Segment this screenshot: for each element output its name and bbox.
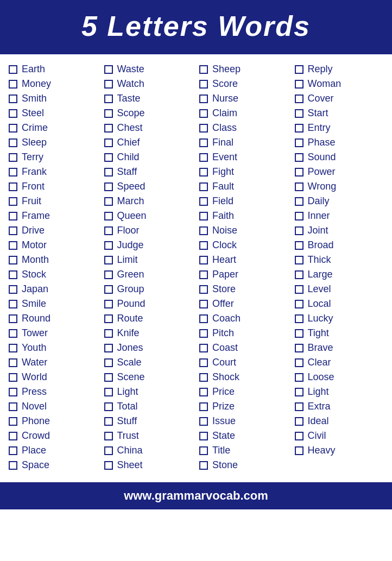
checkbox-icon[interactable] bbox=[104, 124, 113, 133]
word-item[interactable]: Court bbox=[196, 355, 292, 370]
word-item[interactable]: Nurse bbox=[196, 91, 292, 106]
word-item[interactable]: March bbox=[101, 194, 197, 209]
checkbox-icon[interactable] bbox=[295, 94, 304, 103]
word-item[interactable]: Taste bbox=[101, 91, 197, 106]
word-item[interactable]: Waste bbox=[101, 62, 197, 77]
word-item[interactable]: Stone bbox=[196, 458, 292, 472]
checkbox-icon[interactable] bbox=[104, 80, 113, 89]
word-item[interactable]: Judge bbox=[101, 238, 197, 253]
checkbox-icon[interactable] bbox=[104, 417, 113, 426]
word-item[interactable]: Extra bbox=[292, 399, 387, 414]
word-item[interactable]: Novel bbox=[5, 399, 101, 414]
word-item[interactable]: Earth bbox=[5, 62, 101, 77]
checkbox-icon[interactable] bbox=[104, 432, 113, 440]
word-item[interactable]: Trust bbox=[101, 428, 197, 443]
checkbox-icon[interactable] bbox=[199, 358, 208, 367]
checkbox-icon[interactable] bbox=[199, 402, 208, 411]
word-item[interactable]: Smile bbox=[5, 297, 101, 311]
checkbox-icon[interactable] bbox=[199, 417, 208, 426]
word-item[interactable]: Month bbox=[5, 253, 101, 267]
checkbox-icon[interactable] bbox=[9, 109, 17, 118]
checkbox-icon[interactable] bbox=[104, 329, 113, 338]
checkbox-icon[interactable] bbox=[9, 182, 17, 191]
checkbox-icon[interactable] bbox=[104, 270, 113, 279]
word-item[interactable]: Paper bbox=[196, 267, 292, 282]
checkbox-icon[interactable] bbox=[9, 212, 17, 220]
checkbox-icon[interactable] bbox=[9, 153, 17, 162]
word-item[interactable]: Entry bbox=[292, 121, 387, 135]
word-item[interactable]: Knife bbox=[101, 326, 197, 341]
word-item[interactable]: Reply bbox=[292, 62, 387, 77]
word-item[interactable]: Shock bbox=[196, 370, 292, 384]
checkbox-icon[interactable] bbox=[295, 329, 304, 338]
checkbox-icon[interactable] bbox=[9, 241, 17, 250]
checkbox-icon[interactable] bbox=[104, 241, 113, 250]
checkbox-icon[interactable] bbox=[104, 402, 113, 411]
word-item[interactable]: Phone bbox=[5, 414, 101, 428]
word-item[interactable]: Light bbox=[292, 384, 387, 399]
checkbox-icon[interactable] bbox=[9, 344, 17, 352]
word-item[interactable]: Ideal bbox=[292, 414, 387, 428]
checkbox-icon[interactable] bbox=[199, 314, 208, 323]
checkbox-icon[interactable] bbox=[295, 300, 304, 308]
checkbox-icon[interactable] bbox=[295, 417, 304, 426]
checkbox-icon[interactable] bbox=[9, 461, 17, 470]
checkbox-icon[interactable] bbox=[104, 94, 113, 103]
checkbox-icon[interactable] bbox=[295, 373, 304, 382]
checkbox-icon[interactable] bbox=[104, 256, 113, 264]
word-item[interactable]: Speed bbox=[101, 179, 197, 194]
checkbox-icon[interactable] bbox=[9, 432, 17, 440]
word-item[interactable]: Terry bbox=[5, 150, 101, 165]
word-item[interactable]: Queen bbox=[101, 209, 197, 223]
word-item[interactable]: Civil bbox=[292, 428, 387, 443]
checkbox-icon[interactable] bbox=[199, 153, 208, 162]
word-item[interactable]: Sheep bbox=[196, 62, 292, 77]
word-item[interactable]: Woman bbox=[292, 77, 387, 91]
checkbox-icon[interactable] bbox=[9, 300, 17, 308]
checkbox-icon[interactable] bbox=[9, 124, 17, 133]
word-item[interactable]: Jones bbox=[101, 341, 197, 355]
checkbox-icon[interactable] bbox=[199, 109, 208, 118]
checkbox-icon[interactable] bbox=[295, 80, 304, 89]
word-item[interactable]: Wrong bbox=[292, 179, 387, 194]
checkbox-icon[interactable] bbox=[104, 197, 113, 206]
word-item[interactable]: Crime bbox=[5, 121, 101, 135]
word-item[interactable]: Round bbox=[5, 311, 101, 326]
word-item[interactable]: Child bbox=[101, 150, 197, 165]
word-item[interactable]: Tight bbox=[292, 326, 387, 341]
checkbox-icon[interactable] bbox=[199, 80, 208, 89]
checkbox-icon[interactable] bbox=[199, 168, 208, 177]
word-item[interactable]: Field bbox=[196, 194, 292, 209]
word-item[interactable]: Space bbox=[5, 458, 101, 472]
checkbox-icon[interactable] bbox=[295, 358, 304, 367]
checkbox-icon[interactable] bbox=[9, 388, 17, 396]
checkbox-icon[interactable] bbox=[199, 300, 208, 308]
word-item[interactable]: Heart bbox=[196, 253, 292, 267]
checkbox-icon[interactable] bbox=[104, 344, 113, 352]
checkbox-icon[interactable] bbox=[104, 285, 113, 294]
checkbox-icon[interactable] bbox=[9, 270, 17, 279]
checkbox-icon[interactable] bbox=[104, 138, 113, 147]
word-item[interactable]: Floor bbox=[101, 223, 197, 238]
checkbox-icon[interactable] bbox=[199, 270, 208, 279]
word-item[interactable]: Green bbox=[101, 267, 197, 282]
checkbox-icon[interactable] bbox=[104, 314, 113, 323]
checkbox-icon[interactable] bbox=[295, 241, 304, 250]
checkbox-icon[interactable] bbox=[295, 153, 304, 162]
word-item[interactable]: Joint bbox=[292, 223, 387, 238]
word-item[interactable]: Sheet bbox=[101, 458, 197, 472]
word-item[interactable]: Route bbox=[101, 311, 197, 326]
word-item[interactable]: Stock bbox=[5, 267, 101, 282]
word-item[interactable]: Start bbox=[292, 106, 387, 121]
checkbox-icon[interactable] bbox=[9, 358, 17, 367]
word-item[interactable]: Noise bbox=[196, 223, 292, 238]
checkbox-icon[interactable] bbox=[295, 432, 304, 440]
checkbox-icon[interactable] bbox=[104, 109, 113, 118]
word-item[interactable]: Scene bbox=[101, 370, 197, 384]
checkbox-icon[interactable] bbox=[9, 417, 17, 426]
checkbox-icon[interactable] bbox=[104, 300, 113, 308]
checkbox-icon[interactable] bbox=[9, 329, 17, 338]
word-item[interactable]: Store bbox=[196, 282, 292, 297]
word-item[interactable]: State bbox=[196, 428, 292, 443]
word-item[interactable]: Tower bbox=[5, 326, 101, 341]
